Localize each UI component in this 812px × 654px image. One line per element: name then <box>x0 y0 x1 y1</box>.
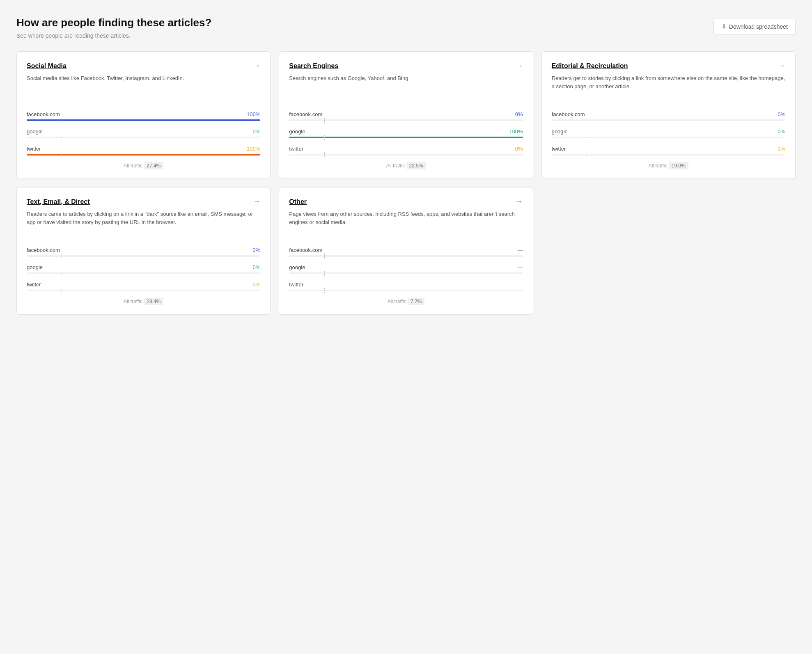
all-traffic: All traffic 19.0% <box>552 163 785 169</box>
bar-marker <box>324 152 325 157</box>
metric-pct: 100% <box>509 128 523 135</box>
metric-header: facebook.com 100% <box>27 111 260 117</box>
metric-label: twitter <box>27 146 41 152</box>
metric-pct: 0% <box>515 111 523 117</box>
bar-marker <box>62 288 62 293</box>
metric-pct: — <box>518 264 523 270</box>
bar-container <box>27 119 260 121</box>
metric-label: google <box>552 128 568 135</box>
metric-pct: — <box>518 247 523 253</box>
bar-marker <box>62 152 62 157</box>
metric-label: google <box>289 264 305 270</box>
all-traffic-value: 7.7% <box>408 298 424 305</box>
card-arrow-icon: → <box>778 62 785 70</box>
bar-container <box>552 154 785 155</box>
metric-label: twitter <box>289 281 303 288</box>
metric-header: facebook.com — <box>289 247 523 253</box>
metric-row: facebook.com 0% <box>552 111 785 121</box>
bar-container <box>552 137 785 138</box>
metric-pct: 0% <box>515 146 523 152</box>
bar-marker <box>324 135 325 140</box>
metric-header: google 0% <box>27 264 260 270</box>
header-left: How are people finding these articles? S… <box>16 16 211 39</box>
metric-pct: 0% <box>253 247 261 253</box>
bar-marker <box>62 118 62 123</box>
metric-row: facebook.com — <box>289 247 523 257</box>
card-title[interactable]: Search Engines <box>289 62 338 70</box>
metric-header: twitter 0% <box>27 281 260 288</box>
card-title-row: Text, Email, & Direct → <box>27 197 260 206</box>
card-description: Page views from any other sources, inclu… <box>289 210 523 235</box>
metric-row: google 0% <box>27 264 260 274</box>
bar-marker <box>62 271 62 276</box>
bar-container <box>289 154 523 155</box>
metric-row: facebook.com 100% <box>27 111 260 121</box>
metric-label: facebook.com <box>552 111 585 117</box>
metric-pct: 0% <box>778 111 785 117</box>
page-title: How are people finding these articles? <box>16 16 211 29</box>
all-traffic-value: 19.0% <box>669 162 688 169</box>
metric-pct: 0% <box>778 128 785 135</box>
metric-row: twitter — <box>289 281 523 291</box>
bar-container <box>289 272 523 274</box>
metric-pct: — <box>518 281 523 288</box>
metric-pct: 0% <box>253 264 261 270</box>
metric-label: facebook.com <box>27 247 60 253</box>
download-label: Download spreadsheet <box>729 23 788 30</box>
bar-container <box>27 272 260 274</box>
page-subtitle: See where people are reading these artic… <box>16 32 211 39</box>
bar-marker <box>587 118 587 123</box>
card-social-media: Social Media → Social media sites like F… <box>16 51 271 179</box>
metric-header: google — <box>289 264 523 270</box>
card-title-row: Social Media → <box>27 62 260 70</box>
all-traffic-value: 22.5% <box>406 162 426 169</box>
card-text-email-direct: Text, Email, & Direct → Readers came to … <box>16 187 271 315</box>
metric-label: facebook.com <box>289 111 322 117</box>
metric-pct: 0% <box>253 281 261 288</box>
metric-row: facebook.com 0% <box>27 247 260 257</box>
bar-marker <box>62 254 62 258</box>
metric-header: google 0% <box>27 128 260 135</box>
card-title[interactable]: Text, Email, & Direct <box>27 198 90 206</box>
download-button[interactable]: ⬇ Download spreadsheet <box>713 18 796 35</box>
card-other: Other → Page views from any other source… <box>279 187 533 315</box>
bar-container <box>289 255 523 257</box>
metric-row: google 0% <box>552 128 785 138</box>
metric-label: google <box>27 264 43 270</box>
metric-label: twitter <box>289 146 303 152</box>
metric-label: google <box>289 128 305 135</box>
bar-marker <box>62 135 62 140</box>
card-title[interactable]: Editorial & Recirculation <box>552 62 628 70</box>
all-traffic: All traffic 27.4% <box>27 163 260 169</box>
card-title[interactable]: Social Media <box>27 62 67 70</box>
metric-header: google 100% <box>289 128 523 135</box>
card-description: Readers came to articles by clicking on … <box>27 210 260 235</box>
card-editorial: Editorial & Recirculation → Readers get … <box>541 51 796 179</box>
metric-row: google — <box>289 264 523 274</box>
bar-container <box>27 290 260 291</box>
all-traffic: All traffic 7.7% <box>289 299 523 304</box>
card-arrow-icon: → <box>253 197 260 206</box>
metric-header: twitter — <box>289 281 523 288</box>
metric-label: google <box>27 128 43 135</box>
metric-header: facebook.com 0% <box>289 111 523 117</box>
bar-marker <box>587 135 587 140</box>
metric-label: facebook.com <box>289 247 322 253</box>
metric-header: google 0% <box>552 128 785 135</box>
card-title[interactable]: Other <box>289 198 307 206</box>
bar-container <box>289 119 523 121</box>
bar-container <box>27 137 260 138</box>
metric-row: facebook.com 0% <box>289 111 523 121</box>
card-arrow-icon: → <box>516 62 523 70</box>
bar-marker <box>324 118 325 123</box>
metric-header: facebook.com 0% <box>552 111 785 117</box>
bar-container <box>289 137 523 138</box>
metric-header: twitter 0% <box>552 146 785 152</box>
bar-container <box>27 255 260 257</box>
metric-row: twitter 100% <box>27 146 260 155</box>
card-title-row: Other → <box>289 197 523 206</box>
metric-header: twitter 0% <box>289 146 523 152</box>
card-search-engines: Search Engines → Search engines such as … <box>279 51 533 179</box>
metric-row: google 100% <box>289 128 523 138</box>
card-title-row: Editorial & Recirculation → <box>552 62 785 70</box>
